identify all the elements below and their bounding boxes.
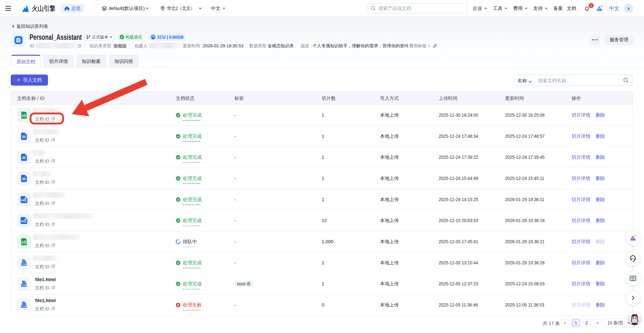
svg-text:w: w	[21, 219, 24, 223]
svg-text:HTML: HTML	[22, 284, 27, 287]
svg-text:HTML: HTML	[22, 305, 27, 308]
svg-text:HTML: HTML	[22, 263, 27, 265]
svg-text:x: x	[22, 240, 24, 244]
svg-text:w: w	[21, 198, 24, 202]
